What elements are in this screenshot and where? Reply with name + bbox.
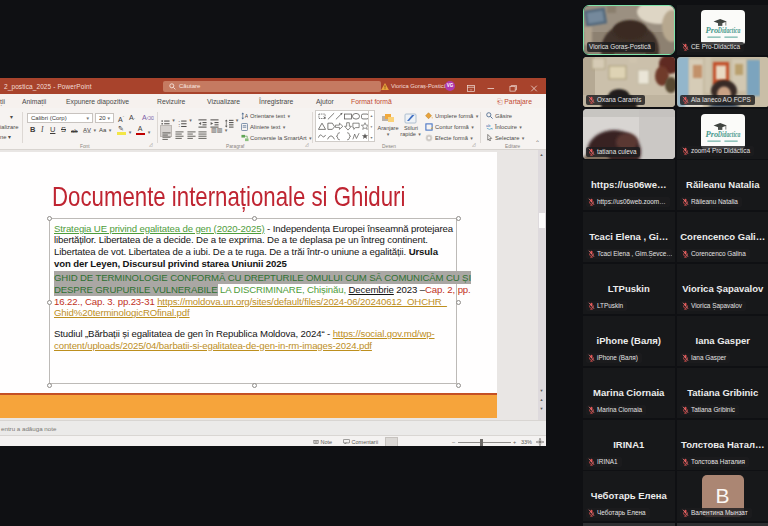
font-color-dropdown-part[interactable]: ▼	[147, 130, 151, 135]
comments-toggle-part[interactable]	[343, 439, 350, 445]
highlight-color-button[interactable]: ✎	[117, 126, 126, 135]
scroll-up-arrow[interactable]: ▲	[540, 152, 544, 157]
zoom-level[interactable]: 33%	[521, 439, 532, 445]
zoom-slider[interactable]	[458, 442, 511, 443]
fit-to-window-button-part[interactable]	[536, 438, 544, 446]
restore-button-part[interactable]	[509, 85, 517, 92]
character-spacing-button-part[interactable]: ▼	[93, 128, 97, 133]
tab-format-form[interactable]: Format formă	[351, 98, 392, 105]
shape-option-part[interactable]	[352, 122, 360, 131]
shape-fill-button-part[interactable]: ▼	[475, 114, 479, 119]
font-dialog-launcher[interactable]: ◿	[149, 142, 152, 147]
shape-option[interactable]	[335, 112, 343, 121]
selection-handle[interactable]	[252, 383, 257, 388]
shape-option[interactable]	[344, 122, 352, 131]
shape-outline-button-part[interactable]: ▼	[470, 125, 474, 130]
character-spacing-button[interactable]: A̲V̲ ▼	[83, 126, 97, 135]
line-spacing-dropdown-part[interactable]: ▼	[235, 118, 239, 123]
shape-option-part[interactable]	[318, 122, 326, 131]
shape-option-part[interactable]	[318, 132, 326, 141]
tab-anima-ii[interactable]: Animații	[22, 98, 46, 105]
align-left-button[interactable]	[160, 125, 172, 137]
arrange-button-part[interactable]: ▼	[386, 132, 390, 137]
ribbon-display-options-button[interactable]	[462, 78, 480, 94]
shape-option[interactable]	[344, 132, 352, 141]
grow-font-button[interactable]: Aˆ	[118, 114, 124, 124]
align-text-button[interactable]: Aliniere text ▼	[250, 124, 286, 130]
font-size-combo[interactable]: 20▼	[95, 113, 114, 123]
shape-effects-button[interactable]: Efecte formă ▼	[435, 135, 474, 141]
shape-option[interactable]	[335, 122, 343, 131]
account-name[interactable]: Viorica Goraș-Postică	[391, 83, 447, 89]
shape-option-part[interactable]	[335, 122, 343, 131]
shape-effects-button-part[interactable]: ▼	[469, 136, 473, 141]
numbering-dropdown-part[interactable]: ▼	[189, 118, 193, 123]
share-button[interactable]: ⎗ Partajare	[497, 98, 532, 106]
convert-to-smartart-button[interactable]: Conversie la SmartArt ▼	[250, 135, 312, 141]
shape-option-part[interactable]	[344, 122, 352, 131]
close-button-part[interactable]	[530, 85, 538, 92]
reading-view-button[interactable]	[424, 437, 437, 446]
tab-vizualizare[interactable]: Vizualizare	[207, 98, 240, 105]
align-right-button[interactable]	[187, 126, 196, 144]
shape-option-part[interactable]	[352, 112, 360, 121]
align-right-button-part[interactable]	[187, 131, 196, 140]
notes-panel[interactable]: entru a adăuga note	[0, 420, 546, 435]
highlight-dropdown[interactable]: ▼	[128, 128, 132, 137]
shape-option[interactable]	[344, 112, 352, 121]
drawing-dialog-launcher[interactable]: ◿	[472, 142, 475, 147]
align-center-button[interactable]	[175, 126, 184, 144]
selection-handle[interactable]	[456, 300, 461, 305]
comments-toggle-part[interactable]: Comentarii	[352, 439, 379, 445]
shape-fill-button[interactable]: Umplere formă ▼	[435, 113, 479, 119]
highlight-dropdown-part[interactable]: ▼	[128, 130, 132, 135]
zoom-out-button[interactable]: –	[452, 439, 455, 445]
slide-text-box[interactable]: Strategia UE privind egalitatea de gen (…	[49, 218, 457, 384]
slideshow-view-button-part[interactable]	[445, 446, 453, 447]
collapse-ribbon-button[interactable]: ⌃	[535, 139, 540, 146]
previous-slide-button[interactable]: ▲	[540, 397, 544, 402]
font-name-combo[interactable]: Calibri (Corp)▼	[27, 113, 93, 123]
normal-view-button[interactable]	[385, 437, 398, 446]
dropdown-arrow-icon[interactable]: ▼	[86, 116, 90, 121]
subscript-button[interactable]: ab	[71, 127, 78, 135]
share-button-part[interactable]: Partajare	[504, 98, 532, 105]
tab-expunere-diapozitive[interactable]: Expunere diapozitive	[66, 98, 129, 105]
shape-outline-button[interactable]: Contur formă ▼	[435, 124, 475, 130]
fit-to-window-button[interactable]	[536, 438, 544, 447]
shapes-gallery-scroll[interactable]: ▲▾▼	[368, 111, 374, 141]
align-text-button-part[interactable]: ▼	[282, 125, 286, 130]
underline-button[interactable]: U	[50, 126, 55, 134]
italic-button[interactable]: I	[41, 126, 44, 134]
selection-handle[interactable]	[47, 300, 52, 305]
selection-handle[interactable]	[47, 216, 52, 221]
font-color-dropdown[interactable]: ▼	[147, 128, 151, 137]
justify-button-part[interactable]	[198, 131, 207, 140]
replace-button-part[interactable]: ▼	[519, 125, 523, 130]
ribbon-display-options-button-part[interactable]	[467, 85, 475, 92]
change-case-button-part[interactable]: ▼	[108, 128, 112, 133]
shape-option[interactable]	[352, 132, 360, 141]
change-case-button[interactable]: Aa ▼	[99, 126, 112, 135]
clear-formatting-button[interactable]: A⌫	[142, 114, 154, 122]
zoom-in-button[interactable]: +	[513, 439, 516, 445]
strikethrough-button[interactable]: S	[61, 126, 66, 134]
slide-sorter-view-button-part[interactable]	[407, 446, 415, 447]
shape-option[interactable]	[335, 132, 343, 141]
align-center-button-part[interactable]	[175, 131, 184, 140]
reading-view-button-part[interactable]	[427, 446, 435, 447]
zoom-slider-thumb[interactable]	[480, 439, 483, 447]
next-slide-button[interactable]: ▼	[540, 406, 544, 411]
close-button[interactable]	[525, 78, 543, 94]
justify-button[interactable]	[198, 126, 207, 144]
shape-option-part[interactable]	[327, 112, 335, 121]
vertical-scrollbar[interactable]: ▲ ▼ ▲ ▼	[538, 150, 546, 420]
highlight-color-button-part[interactable]	[117, 132, 126, 135]
comments-toggle[interactable]: Comentarii	[343, 439, 378, 445]
numbering-dropdown[interactable]: ▼	[189, 116, 193, 125]
shape-option-part[interactable]	[344, 132, 352, 141]
minimize-button-part[interactable]	[487, 85, 495, 92]
tab-revizuire[interactable]: Revizuire	[157, 98, 185, 105]
shape-option[interactable]	[352, 122, 360, 131]
notes-toggle-part[interactable]	[313, 439, 319, 444]
